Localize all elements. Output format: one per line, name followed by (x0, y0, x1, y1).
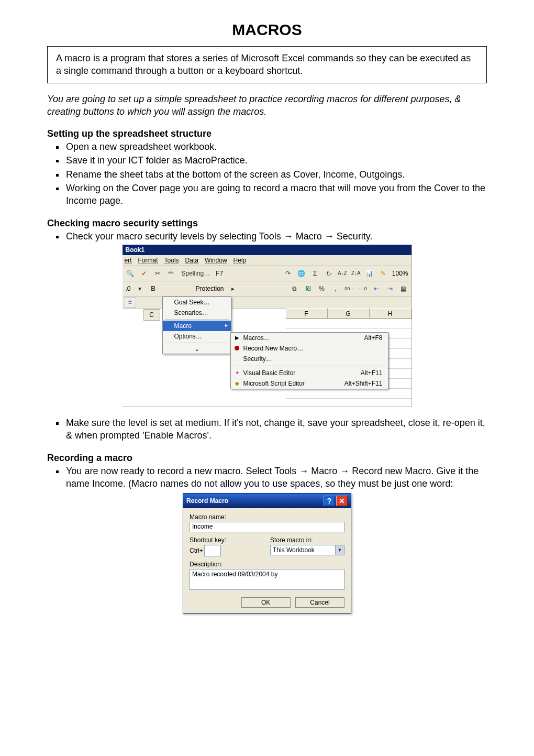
dialog-title: Record Macro (186, 497, 228, 505)
excel-toolbar-1: 🔍 ✓ ✂ ᴬᴮᶜ Spelling… F7 ↷ 🌐 Σ f𝑥 A↓Z Z↓A … (123, 266, 411, 281)
store-macro-combo[interactable]: This Workbook ▼ (270, 545, 344, 555)
equals-button[interactable]: = (125, 297, 136, 308)
list-checking: Check your macro security levels by sele… (47, 230, 487, 243)
submenu-shortcut: Alt+F11 (361, 369, 383, 377)
menu-separator (165, 343, 229, 343)
list-item: Rename the sheet tabs at the bottom of t… (65, 168, 487, 181)
merge-center-icon[interactable]: ⧉ (289, 283, 301, 294)
menu-format[interactable]: Format (138, 257, 158, 264)
menu-data[interactable]: Data (185, 257, 198, 264)
play-icon: ▶ (233, 334, 241, 342)
submenu-item-vbe[interactable]: ✦ Visual Basic Editor Alt+F11 (231, 368, 388, 378)
sort-asc-icon[interactable]: A↓Z (337, 268, 348, 279)
close-button-icon[interactable]: ✕ (336, 496, 348, 506)
submenu-label: Visual Basic Editor (243, 369, 296, 377)
column-header-f[interactable]: F (286, 308, 328, 319)
submenu-item-mse[interactable]: ◆ Microsoft Script Editor Alt+Shift+F11 (231, 378, 388, 389)
spelling-menu-label: Spelling… (179, 268, 213, 279)
ctrl-prefix: Ctrl+ (190, 547, 203, 554)
submenu-shortcut: Alt+F8 (364, 334, 382, 342)
intro-definition-box: A macro is a program that stores a serie… (47, 46, 487, 83)
menu-item-macro[interactable]: Macro (163, 321, 231, 331)
hyperlink-globe-icon[interactable]: 🌐 (296, 268, 307, 279)
list-item: Working on the Cover page you are going … (65, 182, 487, 207)
menu-item-scenarios[interactable]: Scenarios… (163, 308, 231, 318)
drawing-icon[interactable]: ✎ (377, 268, 389, 279)
menu-insert[interactable]: ert (125, 257, 132, 264)
cut-icon[interactable]: ✂ (152, 268, 163, 279)
currency-icon[interactable]: ₪ (303, 283, 314, 294)
heading-setup: Setting up the spreadsheet structure (47, 128, 487, 139)
zoom-value[interactable]: 100% (391, 270, 409, 277)
increase-indent-icon[interactable]: ⇥ (384, 283, 396, 294)
decimal-style-icon[interactable]: .0 (125, 285, 132, 292)
store-macro-value: This Workbook (273, 546, 315, 554)
protection-menu-label: Protection (195, 285, 225, 292)
macro-submenu: ▶ Macros… Alt+F8 Record New Macro… Secur… (230, 332, 388, 389)
list-item: Check your macro security levels by sele… (65, 230, 487, 243)
list-item: Make sure the level is set at medium. If… (65, 417, 487, 442)
dialog-titlebar: Record Macro ? ✕ (183, 494, 351, 508)
percent-icon[interactable]: % (316, 283, 328, 294)
dropdown-icon[interactable]: ▾ (134, 283, 146, 294)
list-recording: You are now ready to record a new macro.… (47, 465, 487, 490)
function-fx-icon[interactable]: f𝑥 (323, 268, 335, 279)
list-checking-after: Make sure the level is set at medium. If… (47, 417, 487, 442)
store-macro-label: Store macro in: (270, 536, 344, 544)
list-setup: Open a new spreadsheet workbook. Save it… (47, 140, 487, 207)
decrease-decimal-icon[interactable]: ←.0 (357, 283, 369, 294)
autosum-sigma-icon[interactable]: Σ (309, 268, 321, 279)
record-dot-icon (233, 345, 241, 352)
menu-item-options[interactable]: Options… (163, 331, 231, 342)
column-header-c[interactable]: C (143, 309, 160, 321)
page-title: MACROS (47, 21, 487, 39)
script-editor-icon: ◆ (233, 380, 241, 387)
submenu-arrow-icon: ▸ (227, 283, 239, 294)
description-input[interactable]: Macro recorded 09/03/2004 by (190, 569, 344, 590)
excel-toolbar-2: .0 ▾ B Protection ▸ ⧉ ₪ % , .00→ ←.0 ⇤ ⇥… (123, 281, 411, 297)
comma-style-icon[interactable]: , (330, 283, 341, 294)
excel-menubar: ert Format Tools Data Window Help (123, 255, 411, 266)
column-header-h[interactable]: H (370, 308, 411, 319)
ok-button[interactable]: OK (241, 597, 291, 608)
sort-desc-icon[interactable]: Z↓A (350, 268, 362, 279)
submenu-label: Security… (243, 355, 272, 363)
dropdown-arrow-icon[interactable]: ▼ (335, 545, 344, 555)
bold-icon[interactable]: B (148, 283, 159, 294)
menu-expand-chevron-icon[interactable]: ⌄ (163, 344, 231, 354)
borders-icon[interactable]: ▦ (398, 283, 409, 294)
shortcut-key-input[interactable] (204, 545, 221, 556)
menu-help[interactable]: Help (233, 257, 247, 264)
decrease-indent-icon[interactable]: ⇤ (371, 283, 382, 294)
visual-basic-icon: ✦ (233, 369, 241, 377)
macro-name-input[interactable]: Income (190, 522, 344, 532)
column-headers: F G H (286, 308, 411, 319)
tools-dropdown-menu: Goal Seek… Scenarios… Macro Options… ⌄ (162, 297, 231, 354)
print-preview-icon[interactable]: 🔍 (125, 268, 136, 279)
submenu-item-macros[interactable]: ▶ Macros… Alt+F8 (231, 333, 388, 343)
help-button-icon[interactable]: ? (324, 496, 335, 506)
description-label: Description: (190, 561, 344, 568)
spelling-shortcut: F7 (215, 270, 224, 277)
submenu-item-record[interactable]: Record New Macro… (231, 343, 388, 354)
redo-icon[interactable]: ↷ (282, 268, 294, 279)
list-item: You are now ready to record a new macro.… (65, 465, 487, 490)
menu-window[interactable]: Window (205, 257, 227, 264)
submenu-item-security[interactable]: Security… (231, 354, 388, 364)
chart-wizard-icon[interactable]: 📊 (364, 268, 375, 279)
italic-intro: You are going to set up a simple spreads… (47, 93, 487, 118)
heading-checking: Checking macro security settings (47, 218, 487, 229)
menu-tools[interactable]: Tools (164, 257, 179, 264)
submenu-label: Microsoft Script Editor (243, 380, 305, 387)
abc-check-icon[interactable]: ᴬᴮᶜ (165, 268, 177, 279)
increase-decimal-icon[interactable]: .00→ (343, 283, 355, 294)
menu-item-goal-seek[interactable]: Goal Seek… (163, 297, 231, 308)
excel-screenshot: Book1 ert Format Tools Data Window Help … (123, 245, 412, 407)
cancel-button[interactable]: Cancel (295, 597, 344, 608)
shortcut-key-label: Shortcut key: (190, 536, 264, 544)
menu-separator (233, 366, 386, 366)
spellcheck-icon[interactable]: ✓ (138, 268, 150, 279)
column-header-g[interactable]: G (328, 308, 370, 319)
menu-separator (165, 319, 229, 320)
list-item: Save it in your ICT folder as MacroPract… (65, 154, 487, 167)
